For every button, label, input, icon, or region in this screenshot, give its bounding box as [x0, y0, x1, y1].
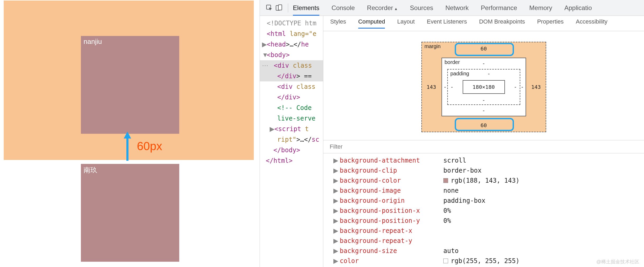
prop-value: rgb(255, 255, 255)	[443, 256, 519, 266]
border-left-val: -	[444, 84, 447, 90]
dom-div2-open[interactable]: <div class	[260, 81, 323, 92]
box-model[interactable]: margin 60 60 143 143 border - - -	[323, 31, 644, 140]
prop-value: border-box	[443, 165, 482, 176]
main-tab-console[interactable]: Console	[332, 4, 355, 16]
box-model-content[interactable]: 180×180	[463, 80, 505, 94]
padding-label: padding	[450, 71, 469, 77]
prop-name: background-clip	[340, 165, 443, 176]
main-tab-sources[interactable]: Sources	[410, 4, 433, 16]
dom-head[interactable]: ▶<head>…</he	[260, 39, 323, 50]
margin-left-val: 143	[427, 84, 436, 90]
page-preview: nanjiu 南玖 60px	[0, 0, 260, 267]
side-tab-computed[interactable]: Computed	[358, 18, 385, 29]
computed-properties[interactable]: ▶background-attachmentscroll▶background-…	[323, 153, 644, 267]
side-tab-styles[interactable]: Styles	[330, 18, 346, 29]
side-tab-properties[interactable]: Properties	[537, 18, 564, 29]
prop-background-repeat-x[interactable]: ▶background-repeat-x	[333, 226, 634, 236]
border-right-val: -	[521, 84, 524, 90]
main-tab-performance[interactable]: Performance	[481, 4, 517, 16]
prop-background-image[interactable]: ▶background-imagenone	[333, 186, 634, 196]
prop-name: background-attachment	[340, 155, 443, 165]
prop-name: background-position-x	[340, 206, 443, 216]
prop-name: background-image	[340, 186, 443, 196]
expand-icon[interactable]: ▶	[333, 216, 340, 226]
expand-icon[interactable]: ▶	[333, 246, 340, 256]
inspect-icon[interactable]	[265, 4, 274, 12]
side-tab-layout[interactable]: Layout	[397, 18, 415, 29]
side-tab-event-listeners[interactable]: Event Listeners	[427, 18, 467, 29]
device-toggle-icon[interactable]	[275, 4, 283, 12]
svg-marker-1	[124, 132, 131, 139]
margin-right-val: 143	[531, 84, 541, 90]
dom-script-1[interactable]: ▶<script t	[260, 124, 323, 134]
dom-tree[interactable]: <!DOCTYPE htm <html lang="e ▶<head>…</he…	[260, 16, 323, 267]
border-top-val: -	[482, 60, 485, 67]
side-tabs: StylesComputedLayoutEvent ListenersDOM B…	[323, 16, 644, 31]
expand-icon[interactable]: ▶	[333, 165, 340, 176]
preview-box-1-label: nanjiu	[84, 38, 102, 45]
padding-left-val: -	[450, 84, 454, 90]
main-tab-network[interactable]: Network	[445, 4, 469, 16]
prop-background-position-x[interactable]: ▶background-position-x0%	[333, 206, 634, 216]
dom-div1-open[interactable]: ⋯ <div class	[260, 60, 323, 71]
box-model-border[interactable]: border - - - - padding - - -	[441, 58, 526, 116]
dom-comment-2[interactable]: live-serve	[260, 113, 323, 124]
dom-div1-close[interactable]: </div> ==	[260, 71, 323, 81]
dom-body-close[interactable]: </body>	[260, 145, 323, 155]
prop-value: 0%	[443, 206, 451, 216]
dom-div2-close[interactable]: </div>	[260, 92, 323, 103]
expand-icon[interactable]: ▶	[333, 155, 340, 165]
expand-icon[interactable]: ▶	[333, 256, 340, 266]
dom-body-open[interactable]: ▼<body>	[260, 50, 323, 60]
prop-name: background-repeat-y	[340, 236, 443, 246]
arrow-up-icon	[122, 132, 133, 161]
prop-name: background-origin	[340, 196, 443, 206]
padding-right-val: -	[514, 84, 517, 90]
dom-html-open[interactable]: <html lang="e	[260, 29, 323, 39]
box-model-margin[interactable]: margin 60 60 143 143 border - - -	[421, 42, 546, 132]
main-tab-memory[interactable]: Memory	[529, 4, 552, 16]
prop-name: color	[340, 256, 443, 266]
preview-box-2: 南玖	[81, 164, 179, 262]
dom-script-2[interactable]: ript">…</sc	[260, 134, 323, 145]
prop-background-origin[interactable]: ▶background-originpadding-box	[333, 196, 634, 206]
devtools-panel: ElementsConsoleRecorder ▲SourcesNetworkP…	[260, 0, 644, 267]
dom-doctype[interactable]: <!DOCTYPE htm	[260, 18, 323, 29]
margin-bottom-val: 60	[480, 122, 487, 128]
expand-icon[interactable]: ▶	[333, 206, 340, 216]
expand-icon[interactable]: ▶	[333, 176, 340, 186]
expand-icon[interactable]: ▶	[333, 196, 340, 206]
devtools-toolbar: ElementsConsoleRecorder ▲SourcesNetworkP…	[260, 0, 644, 16]
prop-name: background-repeat-x	[340, 226, 443, 236]
prop-value: scroll	[443, 155, 466, 165]
prop-name: background-position-y	[340, 216, 443, 226]
svg-rect-4	[278, 5, 282, 10]
expand-icon[interactable]: ▶	[333, 226, 340, 236]
prop-background-position-y[interactable]: ▶background-position-y0%	[333, 216, 634, 226]
main-tab-recorder[interactable]: Recorder ▲	[367, 4, 398, 16]
margin-label: margin	[425, 43, 441, 49]
color-swatch	[443, 178, 448, 183]
main-tab-elements[interactable]: Elements	[293, 4, 319, 16]
main-tab-applicatio[interactable]: Applicatio	[564, 4, 592, 16]
filter-input[interactable]	[323, 140, 644, 153]
prop-background-size[interactable]: ▶background-sizeauto	[333, 246, 634, 256]
prop-background-repeat-y[interactable]: ▶background-repeat-y	[333, 236, 634, 246]
prop-color[interactable]: ▶colorrgb(255, 255, 255)	[333, 256, 634, 266]
dom-html-close[interactable]: </html>	[260, 155, 323, 166]
preview-box-1: nanjiu	[81, 36, 179, 134]
prop-value: auto	[443, 246, 459, 256]
prop-background-color[interactable]: ▶background-colorrgb(188, 143, 143)	[333, 176, 634, 186]
dom-comment-1[interactable]: <!-- Code	[260, 103, 323, 113]
prop-background-attachment[interactable]: ▶background-attachmentscroll	[333, 155, 634, 165]
color-swatch	[443, 259, 448, 263]
filter-row	[323, 140, 644, 153]
prop-name: background-color	[340, 176, 443, 186]
margin-top-val: 60	[480, 45, 487, 52]
side-tab-accessibility[interactable]: Accessibility	[576, 18, 608, 29]
prop-background-clip[interactable]: ▶background-clipborder-box	[333, 165, 634, 176]
side-tab-dom-breakpoints[interactable]: DOM Breakpoints	[479, 18, 525, 29]
expand-icon[interactable]: ▶	[333, 236, 340, 246]
expand-icon[interactable]: ▶	[333, 186, 340, 196]
box-model-padding[interactable]: padding - - - - 180×180	[447, 69, 520, 105]
